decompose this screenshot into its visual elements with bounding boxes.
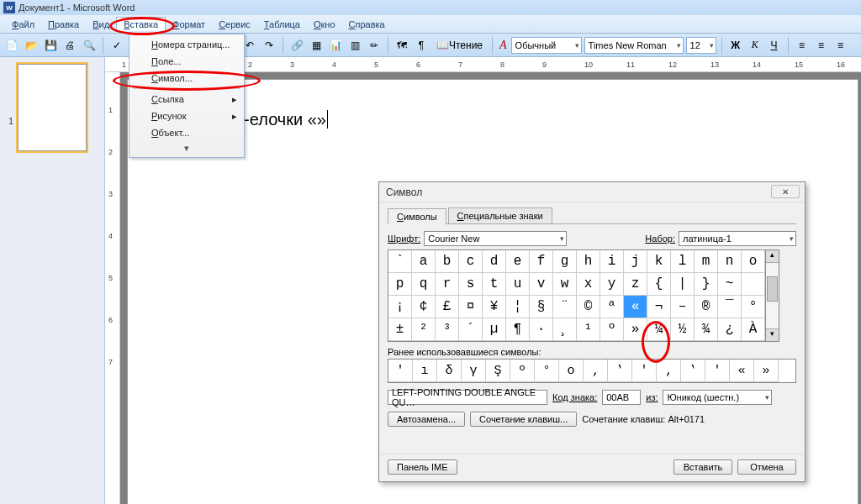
symbol-cell[interactable]: « (624, 296, 647, 318)
symbol-cell[interactable]: s (459, 273, 483, 296)
map-button[interactable]: 🗺 (394, 37, 410, 54)
recent-symbol[interactable]: γ (462, 360, 486, 382)
excel-button[interactable]: 📊 (327, 37, 344, 54)
symbol-cell[interactable]: c (459, 250, 483, 273)
symbol-cell[interactable]: ¦ (506, 296, 530, 318)
recent-symbol[interactable]: ‛ (608, 360, 632, 382)
menu-expand-icon[interactable]: ▾ (129, 141, 244, 155)
menuitem-1[interactable]: Поле... (129, 53, 244, 70)
symbol-grid[interactable]: `abcdefghijklmnopqrstuvwxyz{|}~¡¢£¤¥¦§¨©… (388, 249, 766, 342)
drawing-button[interactable]: ✏ (366, 37, 383, 54)
symbol-cell[interactable]: | (671, 273, 695, 296)
symbol-cell[interactable]: § (530, 296, 553, 318)
symbol-cell[interactable]: ¢ (412, 296, 436, 318)
symbol-cell[interactable]: ³ (436, 318, 459, 341)
recent-symbol[interactable]: δ (437, 360, 462, 382)
tab-0[interactable]: Символы (388, 208, 446, 224)
thumbnail-page[interactable] (18, 64, 87, 151)
menu-вид[interactable]: Вид (86, 18, 116, 31)
link-button[interactable]: 🔗 (288, 37, 305, 54)
open-button[interactable]: 📂 (23, 37, 40, 54)
symbol-cell[interactable]: µ (483, 318, 506, 341)
new-doc-button[interactable]: 📄 (3, 37, 20, 54)
recent-symbol[interactable]: ' (632, 360, 657, 382)
symbol-cell[interactable]: r (436, 273, 459, 296)
recent-symbol[interactable]: Ş (486, 360, 510, 382)
bold-button[interactable]: Ж (727, 37, 744, 54)
symbol-cell[interactable]: ` (388, 250, 412, 273)
align-left-button[interactable]: ≡ (794, 37, 811, 54)
autocorrect-button[interactable]: Автозамена... (388, 412, 465, 427)
align-center-button[interactable]: ≡ (813, 37, 830, 54)
recent-symbol[interactable]: ı (413, 360, 437, 382)
align-right-button[interactable]: ≡ (832, 37, 849, 54)
recent-symbol[interactable]: ' (388, 360, 413, 382)
symbol-cell[interactable]: z (624, 273, 647, 296)
symbol-cell[interactable] (742, 273, 765, 296)
symbol-cell[interactable]: ¾ (695, 318, 718, 341)
menu-справка[interactable]: Справка (342, 18, 392, 31)
menu-сервис[interactable]: Сервис (212, 18, 257, 31)
symbol-cell[interactable]: ¤ (459, 296, 483, 318)
symbol-cell[interactable]: e (506, 250, 530, 273)
reading-button[interactable]: 📖 Чтение (432, 37, 487, 54)
menuitem-5[interactable]: Объект... (129, 124, 244, 141)
symbol-cell[interactable]: { (647, 273, 671, 296)
symbol-cell[interactable]: ½ (671, 318, 695, 341)
symbol-cell[interactable]: À (742, 318, 765, 341)
symbol-cell[interactable]: ¿ (718, 318, 742, 341)
recent-grid[interactable]: 'ıδγŞº°о‚‛'‚‛'«» (388, 359, 796, 383)
symbol-cell[interactable]: º (600, 318, 624, 341)
symbol-cell[interactable]: ¹ (577, 318, 600, 341)
recent-symbol[interactable]: « (730, 360, 754, 382)
symbol-cell[interactable]: t (483, 273, 506, 296)
symbol-cell[interactable]: ¶ (506, 318, 530, 341)
symbol-cell[interactable]: u (506, 273, 530, 296)
symbol-cell[interactable]: £ (436, 296, 459, 318)
symbol-cell[interactable]: q (412, 273, 436, 296)
italic-button[interactable]: К (747, 37, 763, 54)
symbol-cell[interactable]: y (600, 273, 624, 296)
recent-symbol[interactable]: ‛ (681, 360, 705, 382)
symbol-cell[interactable]: d (483, 250, 506, 273)
recent-symbol[interactable]: о (559, 360, 584, 382)
menu-таблица[interactable]: Таблица (257, 18, 307, 31)
redo-button[interactable]: ↷ (261, 37, 277, 54)
font-combo[interactable]: Times New Roman (584, 37, 684, 54)
preview-button[interactable]: 🔍 (81, 37, 98, 54)
set-select[interactable]: латиница-1 (679, 231, 796, 246)
font-select[interactable]: Courier New (424, 231, 567, 246)
menuitem-0[interactable]: Номера страниц... (129, 36, 244, 53)
pilcrow-button[interactable]: ¶ (413, 37, 430, 54)
symbol-cell[interactable]: © (577, 296, 600, 318)
symbol-cell[interactable]: i (600, 250, 624, 273)
insert-button[interactable]: Вставить (673, 459, 732, 475)
symbol-cell[interactable]: ¬ (647, 296, 671, 318)
print-button[interactable]: 🖨 (61, 37, 78, 54)
symbol-cell[interactable]: g (553, 250, 577, 273)
style-combo[interactable]: Обычный (511, 37, 582, 54)
symbol-cell[interactable]: ¸ (553, 318, 577, 341)
scroll-thumb[interactable] (767, 276, 778, 302)
symbol-cell[interactable]: ~ (718, 273, 742, 296)
table-button[interactable]: ▦ (308, 37, 325, 54)
symbol-cell[interactable]: ¡ (388, 296, 412, 318)
menu-правка[interactable]: Правка (41, 18, 86, 31)
symbol-cell[interactable]: b (436, 250, 459, 273)
tab-1[interactable]: Специальные знаки (448, 207, 552, 223)
symbol-cell[interactable]: f (530, 250, 553, 273)
recent-symbol[interactable]: ° (535, 360, 559, 382)
menu-окно[interactable]: Окно (307, 18, 342, 31)
recent-symbol[interactable]: » (754, 360, 779, 382)
symbol-cell[interactable]: x (577, 273, 600, 296)
underline-button[interactable]: Ч (766, 37, 783, 54)
symbol-cell[interactable]: k (647, 250, 671, 273)
symbol-cell[interactable]: p (388, 273, 412, 296)
menu-вставка[interactable]: Вставка (116, 17, 166, 31)
symbol-cell[interactable]: m (695, 250, 718, 273)
symbol-cell[interactable]: ¨ (553, 296, 577, 318)
symbol-cell[interactable]: ® (695, 296, 718, 318)
recent-symbol[interactable]: ' (705, 360, 730, 382)
shortcut-button[interactable]: Сочетание клавиш... (470, 412, 577, 427)
columns-button[interactable]: ▥ (346, 37, 363, 54)
